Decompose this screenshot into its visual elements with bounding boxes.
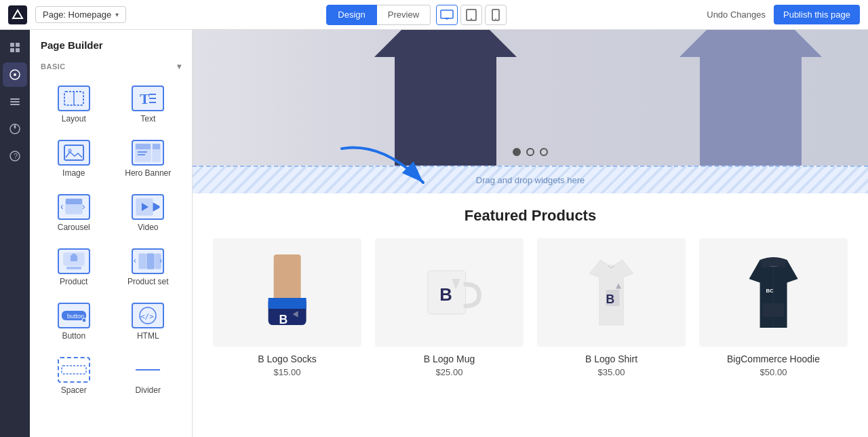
undo-changes-button[interactable]: Undo Changes — [707, 10, 766, 20]
widget-text[interactable]: T Text — [113, 78, 184, 130]
widget-image[interactable]: Image — [38, 132, 110, 184]
svg-text:›: › — [159, 256, 162, 265]
product-card-shirt: B B Logo Shirt $35.00 — [537, 238, 686, 377]
carousel-dot-3[interactable] — [540, 148, 548, 156]
brand-logo — [8, 5, 27, 24]
widget-divider-label: Divider — [136, 385, 161, 395]
svg-rect-53 — [62, 366, 86, 374]
widget-herobanner-label: Hero Banner — [125, 168, 171, 178]
carousel-dot-1[interactable] — [513, 148, 521, 156]
svg-rect-26 — [64, 145, 83, 160]
desktop-device-button[interactable] — [436, 5, 458, 25]
section-collapse-icon[interactable]: ▾ — [177, 62, 182, 71]
section-header-basic: BASIC ▾ — [30, 58, 192, 75]
widget-carousel-label: Carousel — [58, 223, 90, 232]
svg-rect-16 — [10, 104, 20, 105]
widget-herobanner[interactable]: Hero Banner — [113, 132, 184, 184]
product-image-mug: B — [375, 238, 524, 347]
svg-text:B: B — [439, 285, 452, 304]
widget-productset[interactable]: ‹ › Product set — [113, 241, 184, 292]
product-name-shirt: B Logo Shirt — [585, 354, 637, 364]
widget-html-label: HTML — [137, 331, 159, 341]
icon-bar-layers[interactable] — [3, 90, 27, 114]
svg-marker-0 — [13, 10, 22, 18]
icon-bar-widgets[interactable] — [3, 62, 27, 87]
svg-rect-42 — [66, 267, 81, 269]
spacer-widget-icon — [58, 357, 90, 383]
icon-bar: ? — [0, 30, 30, 437]
product-card-mug: B B Logo Mug $25.00 — [375, 238, 524, 377]
product-card-socks: B B Logo Socks $15.00 — [213, 238, 361, 377]
drop-zone-text: Drag and drop widgets here — [476, 175, 585, 185]
icon-bar-theme[interactable] — [3, 117, 27, 141]
carousel-dot-2[interactable] — [526, 148, 534, 156]
section-label: BASIC — [41, 62, 66, 71]
svg-text:BC: BC — [766, 288, 774, 294]
widget-image-label: Image — [62, 168, 85, 178]
widget-layout-label: Layout — [62, 114, 86, 124]
topbar-actions: Undo Changes Publish this page — [707, 5, 860, 24]
product-image-shirt: B — [537, 238, 686, 347]
drop-zone[interactable]: Drag and drop widgets here — [193, 166, 868, 193]
icon-bar-help[interactable]: ? — [3, 144, 27, 168]
device-buttons — [436, 5, 507, 25]
productset-widget-icon: ‹ › — [132, 248, 164, 274]
design-mode-button[interactable]: Design — [326, 5, 376, 25]
widget-spacer-label: Spacer — [61, 385, 87, 395]
mode-toggle-group: Design Preview — [134, 5, 698, 25]
page-selector[interactable]: Page: Homepage ▾ — [35, 6, 126, 23]
widgets-grid: Layout T Text — [30, 75, 192, 406]
product-price-socks: $15.00 — [274, 367, 301, 377]
sidebar-title: Page Builder — [30, 30, 192, 58]
preview-mode-button[interactable]: Preview — [377, 5, 431, 25]
svg-text:‹: ‹ — [60, 201, 64, 212]
layout-widget-icon — [58, 86, 90, 111]
svg-marker-40 — [153, 203, 159, 211]
topbar: Page: Homepage ▾ Design Preview Undo Cha… — [0, 0, 868, 30]
featured-products-section: Featured Products B — [193, 193, 868, 391]
svg-rect-36 — [66, 199, 82, 204]
tablet-device-button[interactable] — [460, 5, 482, 25]
widget-video[interactable]: Video — [113, 187, 184, 238]
svg-text:</>: </> — [140, 312, 154, 321]
publish-button[interactable]: Publish this page — [774, 5, 860, 24]
svg-rect-10 — [10, 48, 14, 52]
widget-text-label: Text — [140, 114, 155, 124]
hero-carousel-section — [193, 30, 868, 166]
svg-point-13 — [14, 73, 16, 76]
canvas-inner: Drag and drop widgets here Featured Prod… — [193, 30, 868, 437]
widget-layout[interactable]: Layout — [38, 78, 110, 130]
svg-rect-29 — [136, 144, 151, 149]
svg-point-7 — [495, 18, 496, 20]
widget-divider[interactable]: Divider — [113, 349, 184, 401]
canvas: Drag and drop widgets here Featured Prod… — [193, 30, 868, 437]
svg-rect-33 — [153, 144, 160, 149]
mobile-device-button[interactable] — [485, 5, 507, 25]
button-widget-icon: button — [58, 303, 90, 328]
widget-spacer[interactable]: Spacer — [38, 349, 110, 401]
text-widget-icon: T — [132, 86, 164, 111]
svg-rect-44 — [139, 254, 146, 269]
page-selector-label: Page: Homepage — [43, 10, 111, 20]
html-widget-icon: </> — [132, 303, 164, 328]
icon-bar-pages[interactable] — [3, 35, 27, 60]
svg-text:›: › — [82, 201, 85, 212]
product-card-hoodie: BC BigCommerce Hoodie $50.00 — [699, 238, 848, 377]
widget-product[interactable]: Product — [38, 241, 110, 292]
product-price-mug: $25.00 — [436, 367, 463, 377]
product-name-mug: B Logo Mug — [424, 354, 475, 364]
svg-rect-15 — [10, 101, 20, 102]
svg-point-5 — [471, 18, 472, 20]
product-image-hoodie: BC — [699, 238, 848, 347]
herobanner-widget-icon — [132, 140, 164, 166]
chevron-down-icon: ▾ — [115, 11, 119, 18]
product-name-hoodie: BigCommerce Hoodie — [727, 354, 820, 364]
widget-carousel[interactable]: ‹ › Carousel — [38, 187, 110, 238]
svg-rect-11 — [16, 48, 20, 52]
widget-button[interactable]: button Button — [38, 295, 110, 347]
image-widget-icon — [58, 140, 90, 166]
svg-rect-9 — [16, 43, 20, 47]
widget-html[interactable]: </> HTML — [113, 295, 184, 347]
svg-rect-59 — [269, 298, 307, 309]
svg-rect-45 — [147, 254, 154, 269]
